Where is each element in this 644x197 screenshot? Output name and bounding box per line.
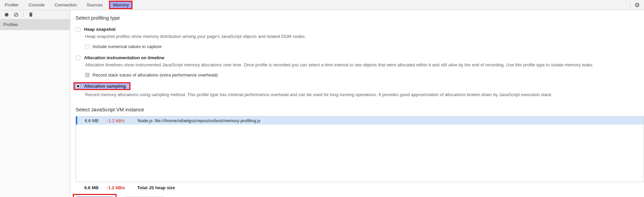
delete-profile-trash-icon[interactable] bbox=[29, 12, 33, 17]
record-profile-icon[interactable] bbox=[4, 13, 9, 17]
heap-snapshot-label: Heap snapshot bbox=[84, 27, 116, 32]
allocation-instrumentation-radio-icon[interactable] bbox=[76, 55, 81, 60]
radio-heap-snapshot[interactable]: Heap snapshot bbox=[76, 27, 644, 32]
vm-instance-list: 6.6 MB ↑1.2 kB/s Node.js: file:///home/r… bbox=[76, 116, 644, 182]
tab-memory[interactable]: Memory bbox=[109, 1, 132, 9]
radio-allocation-instrumentation[interactable]: Allocation instrumentation on timeline bbox=[76, 55, 644, 60]
allocation-instrumentation-description: Allocation timelines show instrumented J… bbox=[85, 62, 644, 67]
total-heap-rate: ↑1.2 kB/s bbox=[106, 185, 137, 190]
tab-sources[interactable]: Sources bbox=[83, 1, 106, 9]
allocation-sampling-radio-icon[interactable] bbox=[76, 84, 81, 89]
devtools-tab-bar: Profiler Console Connection Sources Memo… bbox=[0, 0, 644, 10]
allocation-instrumentation-label: Allocation instrumentation on timeline bbox=[84, 55, 164, 60]
total-heap-size-value: 6.6 MB bbox=[84, 185, 106, 190]
start-button-annotation-box: Start bbox=[73, 194, 117, 197]
include-numerical-checkbox-icon[interactable] bbox=[85, 44, 89, 49]
heap-snapshot-radio-icon[interactable] bbox=[76, 27, 81, 32]
tabbar-divider bbox=[630, 2, 630, 8]
checkbox-include-numerical-values[interactable]: Include numerical values in capture bbox=[85, 44, 644, 49]
vm-instance-title: Select JavaScript VM instance bbox=[76, 107, 644, 112]
include-numerical-label: Include numerical values in capture bbox=[92, 44, 162, 49]
tab-console[interactable]: Console bbox=[25, 1, 48, 9]
total-heap-label: Total JS heap size bbox=[137, 185, 644, 190]
vm-allocation-rate: ↑1.2 kB/s bbox=[106, 118, 138, 123]
allocation-sampling-description: Record memory allocations using sampling… bbox=[85, 92, 644, 97]
memory-panel-main: Select profiling type Heap snapshot Heap… bbox=[70, 10, 644, 197]
profiles-section-header: Profiles bbox=[0, 19, 70, 30]
total-heap-summary: 6.6 MB ↑1.2 kB/s Total JS heap size bbox=[76, 185, 644, 190]
allocation-sampling-label: Allocation sampling bbox=[84, 84, 126, 89]
record-stack-traces-checkbox-icon[interactable]: ✓ bbox=[85, 73, 89, 77]
settings-gear-icon[interactable]: ⚙ bbox=[635, 2, 640, 8]
vm-instance-name: Node.js: file:///home/rafaelgss/repos/os… bbox=[138, 118, 644, 123]
heap-snapshot-description: Heap snapshot profiles show memory distr… bbox=[85, 34, 644, 39]
profiles-toolbar bbox=[0, 10, 70, 19]
vm-heap-size: 6.6 MB bbox=[85, 118, 106, 123]
radio-allocation-sampling[interactable]: Allocation sampling bbox=[74, 82, 130, 90]
profiling-type-title: Select profiling type bbox=[76, 15, 644, 21]
toolbar-divider bbox=[23, 12, 24, 17]
record-stack-traces-label: Record stack traces of allocations (extr… bbox=[92, 72, 218, 78]
checkbox-record-stack-traces[interactable]: ✓ Record stack traces of allocations (ex… bbox=[85, 72, 644, 78]
tabbar-right-controls: ⚙ bbox=[630, 2, 644, 8]
tab-connection[interactable]: Connection bbox=[51, 1, 80, 9]
action-buttons: Start Load bbox=[73, 194, 644, 197]
profiles-sidebar: Profiles bbox=[0, 10, 70, 197]
vm-instance-row[interactable]: 6.6 MB ↑1.2 kB/s Node.js: file:///home/r… bbox=[76, 116, 644, 125]
tab-profiler[interactable]: Profiler bbox=[1, 1, 22, 9]
clear-profiles-icon[interactable] bbox=[14, 13, 18, 17]
